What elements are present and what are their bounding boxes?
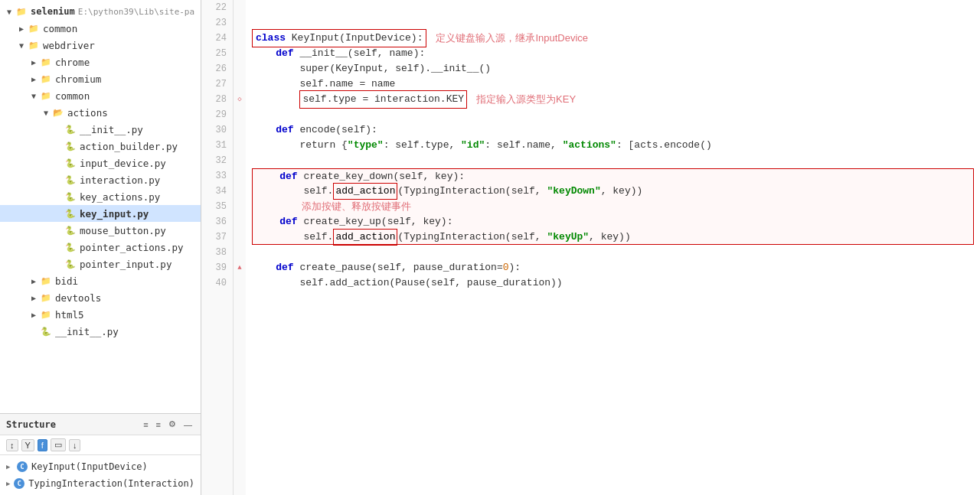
sidebar-item-key-actions[interactable]: 🐍 key_actions.py <box>0 188 201 205</box>
sidebar-label-common-top: common <box>43 23 77 34</box>
folder-icon-chromium: 📁 <box>40 73 52 85</box>
filter-f-button[interactable]: f <box>38 439 47 451</box>
folder-icon-common-top: 📁 <box>28 22 40 34</box>
folder-icon-chrome: 📁 <box>40 56 52 68</box>
folder-icon-webdriver: 📁 <box>28 39 40 51</box>
filter-y-button[interactable]: Y <box>21 439 34 451</box>
expand-arrow-webdriver: ▼ <box>15 41 28 50</box>
sidebar-item-common-top[interactable]: ▶ 📁 common <box>0 20 201 37</box>
code-line-34: self.add_action(TypingInteraction(self, … <box>252 184 974 199</box>
code-line-25: def __init__(self, name): <box>252 46 974 61</box>
struct-arrow-typing: ▶ <box>6 480 14 487</box>
sidebar-item-html5[interactable]: ▶ 📁 html5 <box>0 306 201 323</box>
sidebar-label-mouse-button: mouse_button.py <box>80 225 166 236</box>
collapse-button[interactable]: — <box>181 419 194 430</box>
gutter-30 <box>234 122 246 138</box>
code-line-36: def create_key_up(self, key): <box>252 214 974 230</box>
filter-field-button[interactable]: ▭ <box>51 438 66 451</box>
py-icon-action-builder: 🐍 <box>64 140 77 152</box>
gutter-23 <box>234 15 246 31</box>
file-tree: ▼ 📁 selenium E:\python39\Lib\site-pa ▶ 📁… <box>0 0 201 413</box>
sidebar-item-webdriver[interactable]: ▼ 📁 webdriver <box>0 37 201 54</box>
sidebar-item-action-builder[interactable]: 🐍 action_builder.py <box>0 138 201 155</box>
structure-panel: Structure ≡ ≡ ⚙ — ↕ Y f ▭ ↓ ▶ C KeyInput… <box>0 413 201 495</box>
settings-button[interactable]: ⚙ <box>166 418 178 430</box>
sidebar-item-pointer-actions[interactable]: 🐍 pointer_actions.py <box>0 239 201 256</box>
code-line-30: def encode(self): <box>252 122 974 138</box>
gutter-25 <box>234 46 246 61</box>
py-icon-input-device: 🐍 <box>64 157 77 169</box>
gutter-40 <box>234 275 246 291</box>
sidebar-label-action-builder: action_builder.py <box>80 141 178 152</box>
folder-icon-actions: 📂 <box>52 106 64 119</box>
code-line-35: 添加按键、释放按键事件 <box>252 199 974 214</box>
filter-sort-button[interactable]: ↕ <box>6 439 18 451</box>
sidebar-item-mouse-button[interactable]: 🐍 mouse_button.py <box>0 222 201 239</box>
ln-26: 26 <box>204 61 227 77</box>
struct-item-typinginteraction[interactable]: ▶ C TypingInteraction(Interaction) <box>0 475 201 492</box>
annotation-24: 定义键盘输入源，继承InputDevice <box>436 31 588 46</box>
sidebar-path-selenium: E:\python39\Lib\site-pa <box>78 7 194 17</box>
ln-29: 29 <box>204 107 227 122</box>
py-icon-init: 🐍 <box>64 123 77 135</box>
struct-circle-keyinput: C <box>17 461 28 472</box>
folder-icon-bidi: 📁 <box>40 275 52 287</box>
sidebar-item-interaction[interactable]: 🐍 interaction.py <box>0 171 201 188</box>
sidebar-label-html5: html5 <box>55 309 84 321</box>
py-icon-pointer-input: 🐍 <box>64 258 77 270</box>
expand-arrow-common-top: ▶ <box>15 24 28 33</box>
expand-arrow-chrome: ▶ <box>28 58 40 67</box>
sidebar-item-key-input[interactable]: 🐍 key_input.py <box>0 205 201 222</box>
gutter-36 <box>234 214 246 230</box>
sidebar-label-webdriver: webdriver <box>43 40 95 51</box>
code-line-39: def create_pause(self, pause_duration=0)… <box>252 260 974 275</box>
code-line-32 <box>252 153 974 168</box>
expand-arrow-selenium: ▼ <box>3 8 15 16</box>
sort-alpha-button[interactable]: ≡ <box>141 419 150 430</box>
ln-35: 35 <box>204 199 227 214</box>
sidebar-item-common-wd[interactable]: ▼ 📁 common <box>0 87 201 104</box>
ln-30: 30 <box>204 122 227 138</box>
gutter-39: ▲ <box>234 260 246 275</box>
ln-27: 27 <box>204 77 227 92</box>
gutter-32 <box>234 153 246 168</box>
gutter-29 <box>234 107 246 122</box>
sidebar-item-devtools[interactable]: ▶ 📁 devtools <box>0 289 201 306</box>
sidebar-item-init-py-wd[interactable]: 🐍 __init__.py <box>0 323 201 340</box>
code-line-24: class KeyInput(InputDevice): 定义键盘输入源，继承I… <box>252 31 974 46</box>
structure-header: Structure ≡ ≡ ⚙ — <box>0 414 201 435</box>
code-lines: class KeyInput(InputDevice): 定义键盘输入源，继承I… <box>246 0 980 495</box>
code-area[interactable]: 22 23 24 25 26 27 28 29 30 31 32 33 34 3… <box>201 0 980 495</box>
gutter-28: ◇ <box>234 92 246 107</box>
sidebar-label-key-input: key_input.py <box>80 208 149 220</box>
ln-36: 36 <box>204 214 227 230</box>
sidebar-label-chromium: chromium <box>55 73 101 85</box>
expand-arrow-common-wd: ▼ <box>28 92 40 100</box>
code-line-37: self.add_action(TypingInteraction(self, … <box>252 230 974 245</box>
expand-arrow-actions: ▼ <box>40 109 52 117</box>
sidebar-item-actions[interactable]: ▼ 📂 actions <box>0 104 201 121</box>
sidebar-item-bidi[interactable]: ▶ 📁 bidi <box>0 272 201 289</box>
sidebar-item-input-device[interactable]: 🐍 input_device.py <box>0 155 201 171</box>
sidebar-item-pointer-input[interactable]: 🐍 pointer_input.py <box>0 256 201 272</box>
sidebar-label-common-wd: common <box>55 90 90 102</box>
folder-icon-selenium: 📁 <box>15 5 28 18</box>
structure-filter: ↕ Y f ▭ ↓ <box>0 435 201 455</box>
sidebar-item-chrome[interactable]: ▶ 📁 chrome <box>0 54 201 70</box>
gutter-22 <box>234 0 246 15</box>
struct-arrow-keyinput: ▶ <box>6 463 17 471</box>
code-line-38 <box>252 245 974 260</box>
annotation-28: 指定输入源类型为KEY <box>476 92 576 107</box>
ln-40: 40 <box>204 275 227 291</box>
structure-toolbar: ≡ ≡ ⚙ — <box>141 418 194 430</box>
ln-32: 32 <box>204 153 227 168</box>
sidebar-item-chromium[interactable]: ▶ 📁 chromium <box>0 70 201 87</box>
sidebar-item-init-py[interactable]: 🐍 __init__.py <box>0 121 201 138</box>
sort-type-button[interactable]: ≡ <box>154 419 163 430</box>
structure-list: ▶ C KeyInput(InputDevice) ▶ C TypingInte… <box>0 455 201 495</box>
sidebar-label-init-py-wd: __init__.py <box>55 326 119 337</box>
sidebar-item-selenium[interactable]: ▼ 📁 selenium E:\python39\Lib\site-pa <box>0 3 201 20</box>
filter-down-button[interactable]: ↓ <box>69 439 81 451</box>
gutter-26 <box>234 61 246 77</box>
struct-item-keyinput[interactable]: ▶ C KeyInput(InputDevice) <box>0 458 201 475</box>
